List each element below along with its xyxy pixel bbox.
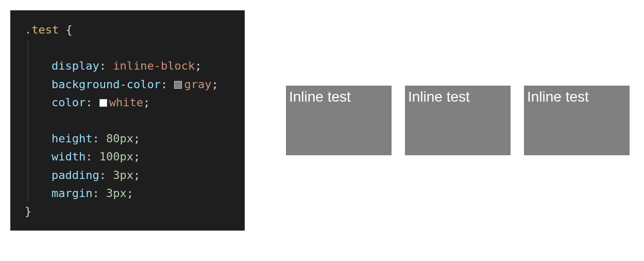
code-line: background-color: gray; — [25, 75, 230, 93]
code-line: color: white; — [25, 93, 230, 111]
open-brace: { — [65, 23, 72, 36]
css-property: width — [52, 150, 86, 163]
code-line: width: 100px; — [25, 148, 230, 166]
css-value: 100px — [99, 150, 133, 163]
preview-box: Inline test — [405, 86, 511, 155]
css-property: display — [52, 59, 99, 72]
css-property: background-color — [52, 78, 161, 91]
code-line: height: 80px; — [25, 129, 230, 148]
code-line-blank — [25, 39, 230, 57]
code-line: display: inline-block; — [25, 57, 230, 75]
preview-label: Inline test — [527, 89, 589, 105]
css-code-block: .test { display: inline-block; backgroun… — [10, 10, 245, 231]
css-value: 3px — [113, 169, 133, 182]
css-property: height — [52, 132, 92, 145]
css-selector: .test — [25, 23, 59, 36]
preview-area: Inline test Inline test Inline test — [286, 86, 630, 155]
code-line: margin: 3px; — [25, 184, 230, 202]
css-value: gray — [184, 78, 211, 91]
css-value: 3px — [106, 187, 127, 200]
code-line-blank — [25, 111, 230, 129]
code-line-selector: .test { — [25, 21, 230, 39]
close-brace: } — [25, 205, 31, 218]
preview-label: Inline test — [289, 89, 351, 105]
css-value: white — [109, 96, 143, 109]
indent-guide — [28, 40, 28, 201]
css-property: color — [52, 96, 86, 109]
css-property: padding — [52, 169, 99, 182]
color-swatch-icon — [174, 81, 182, 89]
css-property: margin — [52, 187, 92, 200]
css-value: inline-block — [113, 59, 195, 72]
preview-box: Inline test — [524, 86, 630, 155]
code-line: padding: 3px; — [25, 166, 230, 184]
code-line-close: } — [25, 202, 230, 220]
color-swatch-icon — [99, 99, 107, 107]
preview-label: Inline test — [408, 89, 470, 105]
css-value: 80px — [106, 132, 133, 145]
preview-box: Inline test — [286, 86, 392, 155]
